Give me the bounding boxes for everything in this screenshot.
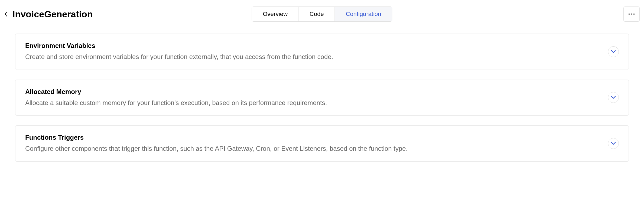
card-content: Functions Triggers Configure other compo… — [25, 134, 603, 153]
expand-button[interactable] — [608, 46, 619, 57]
card-description: Create and store environment variables f… — [25, 52, 603, 61]
card-title: Environment Variables — [25, 42, 603, 50]
card-environment-variables: Environment Variables Create and store e… — [15, 34, 629, 70]
tabs-container: Overview Code Configuration — [252, 6, 392, 22]
chevron-down-icon — [611, 50, 616, 53]
chevron-left-icon — [4, 11, 8, 17]
card-content: Environment Variables Create and store e… — [25, 42, 603, 61]
more-options-button[interactable] — [623, 6, 640, 22]
card-description: Configure other components that trigger … — [25, 144, 603, 153]
page-header: InvoiceGeneration Overview Code Configur… — [0, 0, 644, 28]
tab-configuration[interactable]: Configuration — [335, 7, 392, 21]
svg-point-1 — [631, 14, 632, 15]
tab-code[interactable]: Code — [299, 7, 335, 21]
card-description: Allocate a suitable custom memory for yo… — [25, 98, 603, 107]
content-area: Environment Variables Create and store e… — [0, 28, 644, 177]
expand-button[interactable] — [608, 138, 619, 149]
card-allocated-memory: Allocated Memory Allocate a suitable cus… — [15, 80, 629, 116]
svg-point-0 — [629, 14, 630, 15]
card-content: Allocated Memory Allocate a suitable cus… — [25, 88, 603, 107]
chevron-down-icon — [611, 96, 616, 99]
card-title: Functions Triggers — [25, 134, 603, 141]
tab-overview[interactable]: Overview — [252, 7, 299, 21]
more-horizontal-icon — [628, 13, 635, 15]
chevron-down-icon — [611, 142, 616, 145]
expand-button[interactable] — [608, 92, 619, 103]
back-button[interactable] — [3, 10, 9, 18]
page-title: InvoiceGeneration — [12, 9, 93, 19]
svg-point-2 — [633, 14, 635, 15]
card-functions-triggers: Functions Triggers Configure other compo… — [15, 125, 629, 162]
card-title: Allocated Memory — [25, 88, 603, 96]
